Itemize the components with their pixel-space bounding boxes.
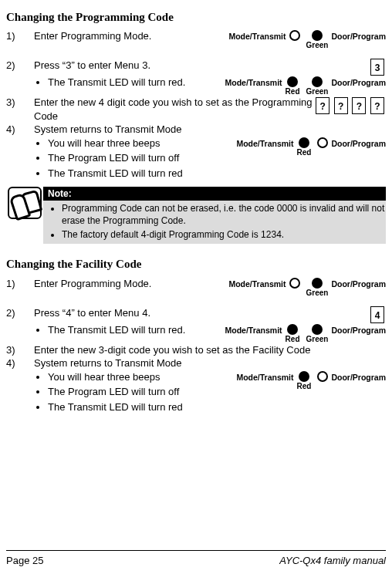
key-q3: ? [352, 97, 366, 114]
label-red: Red [286, 88, 300, 96]
step4-bullets-row: You will hear three beeps The Program LE… [6, 137, 386, 167]
step2-bullets-row: The Transmit LED will turn red. Mode/Tra… [6, 76, 386, 96]
key-q2: ? [334, 97, 348, 114]
label-mode-transmit: Mode/Transmit [225, 324, 282, 336]
label-green: Green [306, 42, 329, 49]
s2-step2-bullets-row: The Transmit LED will turn red. Mode/Tra… [6, 323, 386, 343]
label-red: Red [297, 149, 312, 157]
label-door-program: Door/Program [331, 76, 386, 89]
step1-text: Enter Programming Mode. [34, 29, 225, 43]
step4-bullet1: You will hear three beeps [48, 137, 233, 150]
s2-step2-text: Press “4” to enter Menu 4. [34, 306, 367, 320]
led-mode-transmit-icon [289, 30, 300, 41]
key-3: 3 [370, 59, 384, 76]
s2-step1-row: 1) Enter Programming Mode. Mode/Transmit… [6, 277, 386, 297]
led-mode-transmit-icon [289, 278, 300, 289]
step2-row: 2) Press “3” to enter Menu 3. 3 [6, 59, 386, 76]
led-block-s2-step2: Mode/Transmit Red Green Door/Program [225, 324, 386, 343]
label-green: Green [306, 88, 329, 96]
led-block-step4: Mode/Transmit Red Door/Program [236, 137, 386, 157]
label-green: Green [306, 289, 329, 297]
s2-step2-num: 2) [6, 306, 34, 320]
led-door-program-icon: Green [306, 76, 329, 96]
key-4: 4 [370, 306, 384, 323]
s2-step3-text: Enter the new 3-digit code you wish to s… [34, 343, 386, 357]
step4-text: System returns to Transmit Mode [34, 123, 386, 137]
key-q1: ? [316, 97, 329, 114]
heading-change-facility-code: Changing the Facility Code [6, 256, 386, 272]
label-door-program: Door/Program [331, 371, 386, 383]
step3-num: 3) [6, 96, 34, 110]
s2-step4-row: 4) System returns to Transmit Mode [6, 356, 386, 370]
label-mode-transmit: Mode/Transmit [225, 76, 282, 89]
led-door-program-icon [317, 137, 328, 148]
footer-page: Page 25 [6, 554, 43, 568]
label-mode-transmit: Mode/Transmit [236, 371, 293, 383]
led-block-step1: Mode/Transmit Green Door/Program [228, 30, 386, 49]
step1-num: 1) [6, 29, 34, 43]
step4-bullet2: The Program LED will turn off [48, 151, 233, 165]
step2-text: Press “3” to enter Menu 3. [34, 59, 367, 73]
s2-step4-bullet3: The Transmit LED will turn red [48, 400, 386, 414]
note-item2: The factory default 4-digit Programming … [62, 228, 386, 241]
note-title: Note: [43, 187, 386, 201]
led-mode-transmit-icon: Red [297, 371, 312, 390]
s2-step1-text: Enter Programming Mode. [34, 277, 225, 291]
led-block-s2-step4: Mode/Transmit Red Door/Program [236, 371, 386, 390]
label-green: Green [306, 336, 329, 343]
s2-step2-row: 2) Press “4” to enter Menu 4. 4 [6, 306, 386, 323]
led-block-step2: Mode/Transmit Red Green Door/Program [225, 76, 386, 96]
step4-row: 4) System returns to Transmit Mode [6, 123, 386, 137]
label-mode-transmit: Mode/Transmit [228, 278, 286, 290]
label-door-program: Door/Program [331, 137, 386, 150]
step4-bullet3: The Transmit LED will turn red [48, 167, 386, 181]
s2-step4-bullets-row: You will hear three beeps The Program LE… [6, 370, 386, 400]
note-item1: Programming Code can not be erased, i.e.… [62, 202, 386, 227]
label-door-program: Door/Program [331, 30, 386, 42]
led-mode-transmit-icon: Red [286, 76, 300, 96]
s2-step1-num: 1) [6, 277, 34, 291]
step3-text: Enter the new 4 digit code you wish to s… [34, 96, 313, 123]
note-box: Note: Programming Code can not be erased… [6, 187, 386, 245]
s2-step3-num: 3) [6, 343, 34, 357]
step2-bullet1: The Transmit LED will turn red. [48, 76, 221, 89]
page: Changing the Programming Code 1) Enter P… [0, 0, 392, 574]
led-mode-transmit-icon: Red [286, 324, 300, 343]
led-door-program-icon: Green [306, 30, 329, 49]
label-door-program: Door/Program [331, 278, 386, 290]
label-door-program: Door/Program [331, 324, 386, 336]
s2-step4-bullet2: The Program LED will turn off [48, 385, 233, 399]
s2-step4-bullet1: You will hear three beeps [48, 370, 233, 384]
s2-step4-num: 4) [6, 356, 34, 370]
note-hand-icon [8, 187, 42, 219]
step1-row: 1) Enter Programming Mode. Mode/Transmit… [6, 29, 386, 49]
label-red: Red [297, 383, 312, 390]
footer: Page 25 AYC-Qx4 family manual [6, 550, 386, 568]
step3-row: 3) Enter the new 4 digit code you wish t… [6, 96, 386, 123]
footer-manual: AYC-Qx4 family manual [279, 554, 386, 568]
s2-step4-text: System returns to Transmit Mode [34, 356, 386, 370]
led-door-program-icon: Green [306, 324, 329, 343]
step2-num: 2) [6, 59, 34, 73]
s2-step3-row: 3) Enter the new 3-digit code you wish t… [6, 343, 386, 357]
led-block-s2-step1: Mode/Transmit Green Door/Program [228, 278, 386, 297]
led-door-program-icon: Green [306, 278, 329, 297]
s2-step2-bullet1: The Transmit LED will turn red. [48, 323, 221, 337]
label-red: Red [286, 336, 300, 343]
step4-num: 4) [6, 123, 34, 137]
label-mode-transmit: Mode/Transmit [228, 30, 286, 42]
key-q4: ? [370, 97, 384, 114]
led-door-program-icon [317, 371, 328, 382]
led-mode-transmit-icon: Red [297, 137, 312, 157]
heading-change-prog-code: Changing the Programming Code [6, 9, 386, 25]
label-mode-transmit: Mode/Transmit [236, 137, 293, 150]
